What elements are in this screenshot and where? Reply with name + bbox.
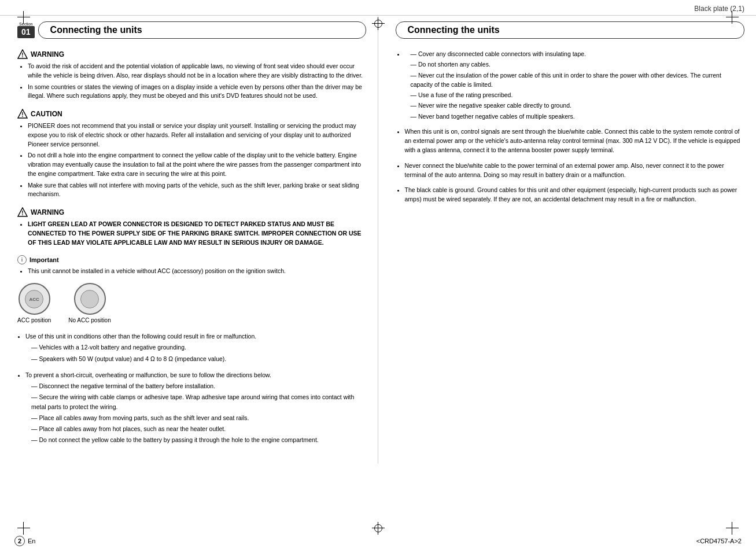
bl-crosshair xyxy=(17,522,30,535)
warning-item-1-1: To avoid the risk of accident and the po… xyxy=(28,62,366,80)
right-bullet-list: Cover any disconnected cable connectors … xyxy=(396,49,745,204)
caution-list: PIONEER does not recommend that you inst… xyxy=(28,122,366,199)
sc-item-3: Place all cables away from moving parts,… xyxy=(31,413,366,422)
rd-item-1: Cover any disconnected cable connectors … xyxy=(411,49,745,58)
warning-item-1-2: In some countries or states the viewing … xyxy=(28,83,366,101)
footer-page-info: 2 En xyxy=(14,536,35,546)
caution-item-2: Do not drill a hole into the engine comp… xyxy=(28,151,366,178)
warning-header-2: ! WARNING xyxy=(17,207,366,218)
caution-item-1: PIONEER does not recommend that you inst… xyxy=(28,122,366,149)
short-circuit-list: Disconnect the negative terminal of the … xyxy=(31,381,366,445)
warning-label-1: WARNING xyxy=(31,50,64,58)
warning-list-2: LIGHT GREEN LEAD AT POWER CONNECTOR IS D… xyxy=(28,220,366,247)
use-conditions-list: Vehicles with a 12-volt battery and nega… xyxy=(31,343,366,363)
right-crosshair xyxy=(726,0,739,35)
warning-header-1: ! WARNING xyxy=(17,49,366,60)
footer-lang: En xyxy=(28,538,35,544)
right-column: Connecting the units Cover any disconnec… xyxy=(378,16,757,463)
rd-item-3: Never cut the insulation of the power ca… xyxy=(411,71,745,90)
short-circuit-block: To prevent a short-circuit, overheating … xyxy=(17,370,366,445)
footer-code: <CRD4757-A>2 xyxy=(696,538,742,544)
no-acc-position-diagram: No ACC position xyxy=(68,283,110,323)
use-conditions: Use of this unit in conditions other tha… xyxy=(17,332,366,363)
use-cond-item-1: Vehicles with a 12-volt battery and nega… xyxy=(31,343,366,352)
caution-header: ! CAUTION xyxy=(17,109,366,119)
acc-position-diagram: ACC ACC position xyxy=(17,283,51,323)
page: Black plate (2,1) Section 01 xyxy=(0,0,756,552)
top-crosshair xyxy=(0,17,756,30)
left-crosshair xyxy=(17,0,30,35)
important-list: This unit cannot be installed in a vehic… xyxy=(28,267,366,276)
warning-block-2: ! WARNING LIGHT GREEN LEAD AT POWER CONN… xyxy=(17,207,366,247)
rd-item-5: Never wire the negative speaker cable di… xyxy=(411,101,745,110)
svg-text:!: ! xyxy=(21,112,23,118)
important-icon: i xyxy=(17,255,27,264)
rd-item-6: Never band together negative cables of m… xyxy=(411,112,745,121)
no-acc-position-label: No ACC position xyxy=(68,317,110,323)
right-item-4: The black cable is ground. Ground cables… xyxy=(405,185,745,204)
right-item-3: Never connect the blue/white cable to th… xyxy=(405,161,745,180)
acc-position-label: ACC position xyxy=(17,317,51,323)
use-cond-item-2: Speakers with 50 W (output value) and 4 … xyxy=(31,354,366,363)
right-item-2: When this unit is on, control signals ar… xyxy=(405,127,745,155)
caution-item-3: Make sure that cables will not interfere… xyxy=(28,181,366,200)
acc-diagrams: ACC ACC position No ACC position xyxy=(17,283,366,323)
warning-icon-2: ! xyxy=(17,207,28,218)
left-column: Section 01 Connecting the units ! WARNIN… xyxy=(0,16,378,463)
right-item-1: Cover any disconnected cable connectors … xyxy=(405,49,745,121)
page-header: Black plate (2,1) xyxy=(0,0,756,15)
bottom-crosshair xyxy=(0,522,756,535)
short-circuit-intro: To prevent a short-circuit, overheating … xyxy=(25,370,366,445)
warning-bold-text: LIGHT GREEN LEAD AT POWER CONNECTOR IS D… xyxy=(28,220,362,246)
page-footer: 2 En <CRD4757-A>2 xyxy=(0,536,756,546)
rd-item-4: Use a fuse of the rating prescribed. xyxy=(411,90,745,100)
important-item-1: This unit cannot be installed in a vehic… xyxy=(28,267,366,276)
sc-item-4: Place all cables away from hot places, s… xyxy=(31,424,366,433)
acc-circle: ACC xyxy=(19,283,50,315)
br-crosshair xyxy=(726,522,739,535)
svg-text:!: ! xyxy=(21,210,23,216)
caution-block: ! CAUTION PIONEER does not recommend tha… xyxy=(17,109,366,199)
warning-block-1: ! WARNING To avoid the risk of accident … xyxy=(17,49,366,101)
important-block: i Important This unit cannot be installe… xyxy=(17,255,366,276)
caution-icon: ! xyxy=(17,109,28,119)
warning-list-1: To avoid the risk of accident and the po… xyxy=(28,62,366,101)
main-content: Section 01 Connecting the units ! WARNIN… xyxy=(0,16,756,463)
important-header: i Important xyxy=(17,255,366,264)
no-acc-circle xyxy=(74,283,106,315)
rd-item-2: Do not shorten any cables. xyxy=(411,60,745,69)
caution-label: CAUTION xyxy=(31,110,62,118)
warning-label-2: WARNING xyxy=(31,208,64,216)
sc-item-1: Disconnect the negative terminal of the … xyxy=(31,381,366,391)
use-conditions-intro: Use of this unit in conditions other tha… xyxy=(25,332,366,363)
sc-item-2: Secure the wiring with cable clamps or a… xyxy=(31,392,366,411)
warning-icon-1: ! xyxy=(17,49,28,60)
important-label: Important xyxy=(29,256,59,263)
right-dash-list: Cover any disconnected cable connectors … xyxy=(411,49,745,121)
page-number: 2 xyxy=(14,536,25,546)
sc-item-5: Do not connect the yellow cable to the b… xyxy=(31,435,366,444)
svg-text:!: ! xyxy=(21,52,23,58)
